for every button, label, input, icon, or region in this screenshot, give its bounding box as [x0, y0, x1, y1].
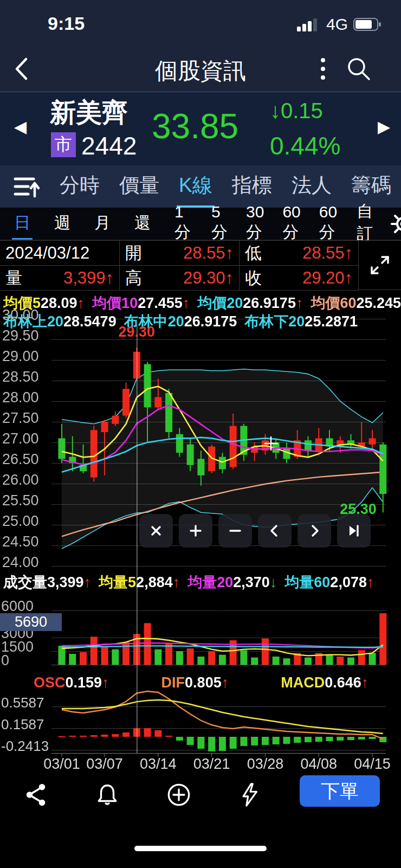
period-30分[interactable]: 30分	[244, 208, 266, 240]
info-date: 2024/03/12	[5, 243, 89, 263]
next-stock-arrow[interactable]: ▶	[378, 117, 390, 136]
price-axis-tick: 24.50	[2, 533, 39, 550]
info-label: 收	[245, 267, 262, 290]
period-日[interactable]: 日	[12, 208, 33, 240]
indicator-label: 均量20	[187, 573, 233, 592]
period-1分[interactable]: 1分	[172, 208, 193, 240]
info-cell: 量3,399↑	[0, 266, 120, 291]
tab-法人[interactable]: 法人	[289, 165, 334, 208]
info-cell: 開28.55↑	[120, 241, 240, 266]
indicator-label: 均量5	[99, 573, 136, 592]
place-order-button[interactable]: 下單	[300, 775, 380, 807]
indicator-label: 均價20	[197, 293, 243, 313]
period-60分[interactable]: 60分	[317, 208, 339, 240]
chart-btn-close[interactable]	[139, 514, 173, 548]
info-label: 高	[125, 267, 142, 290]
add-circle-icon[interactable]	[143, 782, 215, 807]
home-indicator[interactable]	[134, 846, 267, 851]
search-icon[interactable]	[345, 55, 373, 83]
settings-gear-icon[interactable]	[390, 211, 401, 237]
tab-分時[interactable]: 分時	[57, 165, 102, 208]
info-value: 29.30↑	[183, 268, 234, 288]
price-axis-tick: 29.50	[2, 327, 39, 344]
fullscreen-expand-icon[interactable]	[359, 241, 401, 290]
price-axis-tick: 29.00	[2, 348, 39, 365]
bollinger-legend: 布林上20 28.5479布林中20 26.9175布林下20 25.2871	[3, 312, 401, 331]
macd-item: OSC 0.159↑	[34, 674, 109, 691]
macd-axis-tick: 0.1587	[1, 716, 44, 733]
volume-ma-item: 均量60 2,078↑	[284, 573, 374, 592]
indicator-arrow: ↑	[367, 574, 374, 591]
period-週[interactable]: 週	[52, 208, 73, 240]
price-axis-tick: 30.00	[2, 307, 39, 324]
more-menu-icon[interactable]	[321, 58, 325, 80]
indicator-label: 均價60	[311, 293, 356, 313]
period-60分[interactable]: 60分	[280, 208, 302, 240]
period-自訂[interactable]: 自訂	[354, 208, 375, 240]
macd-item: MACD 0.646↑	[281, 674, 368, 691]
indicator-label: 均價10	[92, 293, 138, 313]
indicator-value: 3,399	[47, 574, 84, 591]
volume-axis-tick: 0	[1, 652, 9, 669]
indicator-arrow: ↑	[84, 574, 92, 591]
info-cell: 收29.20↑	[240, 266, 359, 291]
info-value: 28.55↑	[183, 243, 234, 263]
indicator-value: 0.159	[66, 674, 102, 691]
volume-axis-tick: 6000	[1, 598, 34, 615]
alert-bell-icon[interactable]	[72, 782, 143, 807]
indicator-value: 28.09	[41, 295, 77, 312]
chart-btn-prev[interactable]	[258, 514, 292, 548]
tab-K線[interactable]: K線	[177, 165, 215, 208]
price-axis-tick: 24.00	[2, 554, 39, 571]
volume-ma-item: 均量20 2,370↓	[187, 573, 277, 592]
bollinger-item: 布林下20 25.2871	[244, 312, 358, 331]
sort-ascending-icon[interactable]	[12, 172, 42, 201]
indicator-arrow: ↑	[222, 674, 229, 691]
chart-btn-minus[interactable]	[218, 514, 252, 548]
share-icon[interactable]	[0, 782, 72, 807]
info-label: 低	[245, 242, 262, 265]
indicator-value: 0.805	[185, 674, 222, 691]
price-axis-tick: 25.50	[2, 492, 39, 509]
lightning-icon[interactable]	[215, 782, 286, 807]
volume-ma-item: 均量5 2,884↑	[99, 573, 180, 592]
info-cell: 高29.30↑	[120, 266, 240, 291]
price-change-percent: 0.44%	[270, 131, 340, 160]
price-ma-item: 均價20 26.9175↑	[197, 293, 303, 313]
stock-name: 新美齊	[50, 95, 128, 130]
period-5分[interactable]: 5分	[209, 208, 230, 240]
period-月[interactable]: 月	[92, 208, 113, 240]
battery-icon	[353, 17, 381, 31]
price-axis-tick: 28.00	[2, 389, 39, 406]
price-axis-tick: 26.00	[2, 472, 39, 488]
indicator-value: 2,370	[233, 574, 270, 591]
price-axis-tick: 26.50	[2, 451, 39, 468]
indicator-value: 2,884	[136, 574, 173, 591]
tab-價量[interactable]: 價量	[117, 165, 161, 208]
chart-btn-plus[interactable]	[179, 514, 212, 548]
network-type: 4G	[326, 15, 348, 34]
chart-btn-next[interactable]	[297, 514, 331, 548]
page-title: 個股資訊	[0, 56, 401, 86]
tab-指標[interactable]: 指標	[230, 165, 274, 208]
info-cell: 2024/03/12	[0, 241, 120, 266]
price-ma-item: 均價60 25.2458	[311, 293, 401, 313]
indicator-label: MACD	[281, 674, 325, 691]
indicator-label: DIF	[161, 674, 185, 691]
period-bar: 日週月還1分5分30分60分60分自訂	[0, 208, 401, 240]
clock: 9:15	[48, 13, 85, 34]
status-bar: 9:15 4G	[0, 0, 401, 46]
info-value: 29.20↑	[302, 268, 353, 288]
indicator-arrow: ↑	[102, 674, 109, 691]
price-axis-tick: 27.00	[2, 430, 39, 447]
chart-btn-skip-end[interactable]	[337, 514, 371, 548]
indicator-value: 26.9175	[184, 313, 237, 330]
price-axis-tick: 25.00	[2, 513, 39, 530]
volume-ma-item: 成交量 3,399↑	[3, 573, 91, 592]
prev-stock-arrow[interactable]: ◀	[14, 117, 27, 136]
volume-legend: 成交量 3,399↑均量5 2,884↑均量20 2,370↓均量60 2,07…	[3, 573, 401, 592]
indicator-value: 27.455	[138, 295, 183, 312]
price-ma-item: 均價10 27.455↑	[92, 293, 190, 313]
period-還[interactable]: 還	[132, 208, 153, 240]
market-badge: 市	[51, 132, 76, 157]
